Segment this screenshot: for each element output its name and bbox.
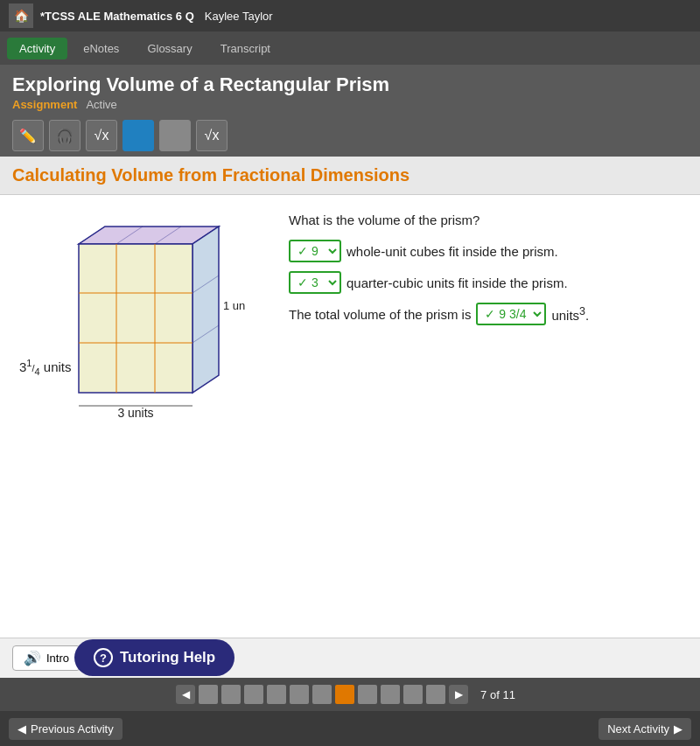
svg-marker-2: [79, 244, 192, 393]
page-dot-4[interactable]: [267, 685, 286, 704]
bottom-nav: ◀ Previous Activity Next Activity ▶: [0, 711, 700, 746]
prev-activity-label: Previous Activity: [31, 722, 114, 736]
answer-row-3: The total volume of the prism is ✓ 9 3/4…: [289, 303, 682, 325]
prism-svg: 3 units 1 unit: [44, 218, 245, 428]
question-area: What is the volume of the prism? ✓ 9 6 1…: [289, 209, 682, 478]
speaker-icon: 🔊: [24, 650, 41, 666]
formula2-tool[interactable]: √x: [196, 120, 228, 151]
pagination-bar: ◀ ▶ 7 of 11: [0, 678, 700, 711]
page-count: 7 of 11: [480, 688, 515, 701]
nav-tabs: Activity eNotes Glossary Transcript: [0, 31, 700, 65]
tab-transcript[interactable]: Transcript: [208, 38, 283, 59]
answer-row-1: ✓ 9 6 12 whole-unit cubes fit inside the…: [289, 240, 682, 262]
page-dot-7[interactable]: [335, 685, 354, 704]
page-dot-1[interactable]: [199, 685, 218, 704]
main-content: 31/4 units: [0, 195, 700, 492]
pagination-prev-arrow[interactable]: ◀: [176, 685, 195, 704]
home-icon[interactable]: 🏠: [9, 3, 33, 28]
toolbar: ✏️ 🎧 √x √x: [0, 116, 700, 157]
page-title-area: Exploring Volume of a Rectangular Prism …: [0, 65, 700, 116]
gray-square-tool[interactable]: [159, 120, 191, 151]
active-label: Active: [86, 98, 116, 111]
svg-text:1 unit: 1 unit: [223, 299, 245, 312]
section-header-text: Calculating Volume from Fractional Dimen…: [12, 165, 410, 185]
tab-activity[interactable]: Activity: [7, 38, 67, 59]
tab-glossary[interactable]: Glossary: [135, 38, 204, 59]
answer-row-2: ✓ 3 1 4 quarter-cubic units fit inside t…: [289, 271, 682, 294]
app-title: *TCSS ALE Mathematics 6 Q: [40, 10, 194, 23]
prism-area: 31/4 units: [18, 209, 262, 478]
page-title: Exploring Volume of a Rectangular Prism: [12, 73, 688, 96]
assignment-label: Assignment: [12, 98, 77, 111]
page-dot-3[interactable]: [244, 685, 263, 704]
tab-enotes[interactable]: eNotes: [71, 38, 131, 59]
formula-tool[interactable]: √x: [86, 120, 117, 151]
whole-cubes-label: whole-unit cubes fit inside the prism.: [346, 244, 558, 259]
prev-activity-button[interactable]: ◀ Previous Activity: [9, 718, 122, 740]
pencil-tool[interactable]: ✏️: [12, 120, 44, 151]
intro-button[interactable]: 🔊 Intro: [12, 645, 80, 671]
content-spacer: [0, 492, 700, 545]
header-bar: 🏠 *TCSS ALE Mathematics 6 Q Kaylee Taylo…: [0, 0, 700, 31]
tutoring-help-button[interactable]: ? Tutoring Help: [74, 639, 234, 676]
page-dot-9[interactable]: [381, 685, 400, 704]
audio-tool[interactable]: 🎧: [49, 120, 80, 151]
quarter-units-select[interactable]: ✓ 3 1 4: [289, 271, 341, 294]
user-name: Kaylee Taylor: [205, 10, 273, 23]
prism-diagram: 31/4 units: [18, 209, 262, 436]
total-volume-select[interactable]: ✓ 9 3/4 9 1/4 10: [476, 303, 546, 325]
next-activity-button[interactable]: Next Activity ▶: [598, 718, 691, 740]
page-dot-2[interactable]: [221, 685, 241, 704]
bottom-panel: ? Tutoring Help 🔊 Intro ◀ ▶ 7 of 11 ◀ Pr…: [0, 638, 700, 746]
svg-text:3 units: 3 units: [117, 406, 153, 420]
section-header: Calculating Volume from Fractional Dimen…: [0, 157, 700, 195]
total-volume-prefix: The total volume of the prism is: [289, 307, 471, 322]
page-dot-10[interactable]: [403, 685, 423, 704]
tutoring-circle-icon: ?: [94, 648, 113, 667]
quarter-units-label: quarter-cubic units fit inside the prism…: [346, 275, 568, 290]
tutoring-help-label: Tutoring Help: [120, 649, 215, 666]
next-arrow-icon: ▶: [674, 722, 682, 736]
page-dot-5[interactable]: [290, 685, 309, 704]
page-dot-6[interactable]: [312, 685, 332, 704]
next-activity-label: Next Activity: [607, 722, 669, 736]
whole-cubes-select[interactable]: ✓ 9 6 12: [289, 240, 341, 262]
intro-label: Intro: [46, 652, 69, 665]
page-dot-11[interactable]: [426, 685, 445, 704]
prev-arrow-icon: ◀: [18, 722, 26, 736]
blue-square-tool[interactable]: [122, 120, 154, 151]
question-text: What is the volume of the prism?: [289, 213, 682, 227]
pagination-next-arrow[interactable]: ▶: [449, 685, 468, 704]
total-volume-suffix: units3.: [551, 305, 589, 323]
page-dot-8[interactable]: [358, 685, 377, 704]
svg-marker-1: [192, 227, 219, 393]
